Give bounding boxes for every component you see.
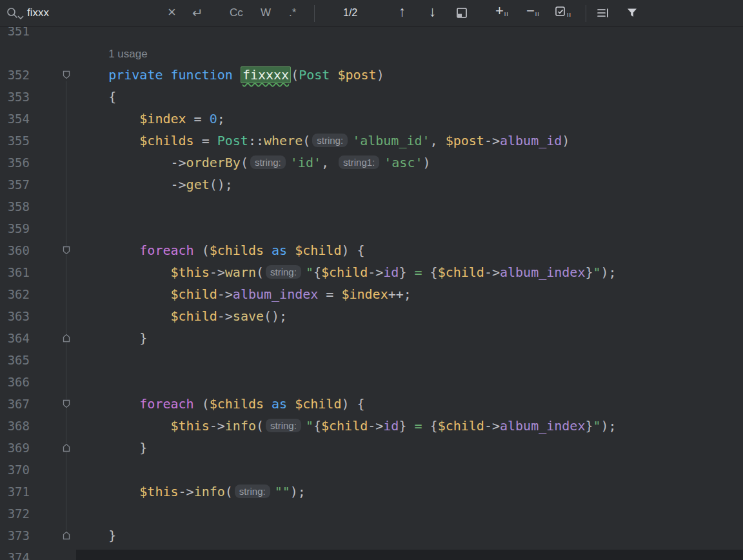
fold-end-icon[interactable] [62,443,71,452]
line-number[interactable]: 364 [0,327,30,349]
line-number[interactable]: 373 [0,525,30,546]
line-number[interactable]: 353 [0,86,30,108]
search-in-selection-icon[interactable] [455,6,468,19]
fold-start-icon[interactable] [62,70,71,79]
line-number[interactable]: 361 [0,261,30,283]
inlay-hint[interactable]: string: [250,155,286,169]
code-line[interactable]: 359 [0,217,743,239]
previous-match-button[interactable]: ↑ [399,5,406,19]
fold-end-icon[interactable] [62,334,71,343]
code-text[interactable]: $child->album_index = $index++; [77,283,411,305]
search-history-chevron-icon[interactable] [17,15,24,19]
line-number[interactable]: 368 [0,415,30,437]
filter-funnel-icon[interactable] [626,6,639,19]
code-line[interactable]: 371 $this->info(string:""); [0,481,743,503]
inlay-hint[interactable]: string: [312,134,348,147]
code-line[interactable]: 368 $this->info(string:"{$child->id} = {… [0,415,743,437]
code-line[interactable]: 372 [0,503,743,525]
code-text[interactable]: } [77,437,147,459]
fold-end-icon[interactable] [62,531,71,540]
code-token: orderBy [186,155,241,170]
line-number[interactable]: 374 [0,546,30,560]
remove-occurrence-button[interactable]: − II [526,4,540,18]
code-text[interactable]: ->orderBy(string:'id', string1:'asc') [77,152,431,174]
code-line[interactable]: 369 } [0,437,743,459]
next-match-button[interactable]: ↓ [429,5,436,19]
code-line[interactable]: 362 $child->album_index = $index++; [0,283,743,305]
code-text[interactable]: $childs = Post::where(string:'album_id',… [77,130,570,152]
code-line[interactable]: 373 } [0,525,743,546]
match-case-toggle[interactable]: Cc [230,6,243,19]
line-number[interactable]: 367 [0,393,30,415]
code-line[interactable]: 355 $childs = Post::where(string:'album_… [0,130,743,152]
line-number[interactable]: 362 [0,283,30,305]
code-token [77,484,139,499]
code-line[interactable]: 367 foreach ($childs as $child) { [0,393,743,415]
inlay-hint[interactable]: string: [266,265,301,279]
code-text[interactable]: $this->info(string:"{$child->id} = {$chi… [77,415,617,437]
code-text[interactable]: } [77,525,116,546]
code-text[interactable]: $this->warn(string:"{$child->id} = {$chi… [77,261,617,283]
line-number[interactable]: 369 [0,437,30,459]
line-number[interactable]: 352 [0,64,30,86]
code-line[interactable]: 358 [0,195,743,217]
line-number[interactable]: 354 [0,108,30,130]
occurrence-suffix: II [535,11,540,17]
line-number[interactable]: 359 [0,217,30,239]
code-token: id [383,418,399,434]
line-number[interactable]: 371 [0,481,30,503]
line-number[interactable]: 356 [0,152,30,174]
clear-search-icon[interactable]: × [168,5,176,19]
inlay-hint[interactable]: string1: [339,155,379,169]
line-number[interactable]: 366 [0,371,30,393]
code-token: ( [291,67,299,83]
line-number[interactable]: 355 [0,130,30,152]
line-number[interactable]: 363 [0,305,30,327]
line-number[interactable]: 365 [0,349,30,371]
code-line[interactable]: 352 private function fixxxx(Post $post) [0,64,743,86]
code-line[interactable]: 353 { [0,86,743,108]
code-text[interactable]: 1 usage [77,42,148,65]
inlay-hint[interactable]: string: [235,485,270,498]
code-text[interactable]: private function fixxxx(Post $post) [77,64,384,86]
code-token: as [264,396,295,412]
code-line[interactable]: 366 [0,371,743,393]
fold-start-icon[interactable] [62,246,71,255]
code-line[interactable]: 364 } [0,327,743,349]
newline-icon[interactable]: ↵ [192,5,203,21]
search-input[interactable]: fixxx [27,6,159,19]
code-text[interactable]: foreach ($childs as $child) { [77,393,365,415]
words-toggle[interactable]: W [261,6,271,19]
code-line[interactable]: 357 ->get(); [0,174,743,195]
code-line[interactable]: 370 [0,459,743,481]
line-number[interactable]: 360 [0,239,30,261]
code-text[interactable]: } [77,327,147,349]
line-number[interactable]: 358 [0,195,30,217]
code-text[interactable]: foreach ($childs as $child) { [77,239,365,261]
fold-start-icon[interactable] [62,399,71,408]
code-line[interactable]: 365 [0,349,743,371]
code-token: ( [194,243,210,258]
code-line[interactable]: 354 $index = 0; [0,108,743,130]
regex-toggle[interactable]: .* [289,6,296,19]
code-text[interactable]: $this->info(string:""); [77,481,306,503]
add-occurrence-button[interactable]: + II [495,4,509,18]
code-text[interactable]: $child->save(); [77,305,287,327]
code-text[interactable]: $index = 0; [77,108,225,130]
line-number[interactable]: 370 [0,459,30,481]
horizontal-scrollbar-track[interactable] [76,550,743,560]
code-text[interactable]: ->get(); [77,174,233,195]
code-line[interactable]: 356 ->orderBy(string:'id', string1:'asc'… [0,152,743,174]
inlay-line[interactable]: 1 usage [0,42,743,64]
code-line[interactable]: 361 $this->warn(string:"{$child->id} = {… [0,261,743,283]
code-line[interactable]: 363 $child->save(); [0,305,743,327]
filter-lines-icon[interactable] [596,7,610,19]
usage-hint[interactable]: 1 usage [108,48,148,60]
select-all-occurrences-button[interactable]: II [555,5,571,18]
editor[interactable]: 351 1 usage352 private function fixxxx(P… [0,0,743,560]
inlay-hint[interactable]: string: [266,419,301,432]
line-number[interactable]: 372 [0,503,30,525]
line-number[interactable]: 357 [0,174,30,195]
code-line[interactable]: 360 foreach ($childs as $child) { [0,239,743,261]
code-text[interactable]: { [77,86,116,108]
